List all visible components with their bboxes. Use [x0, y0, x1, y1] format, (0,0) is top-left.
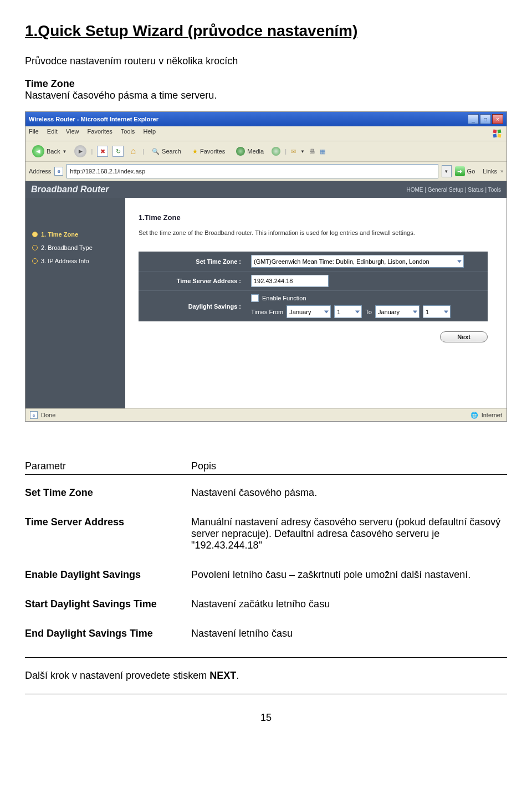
favorites-button[interactable]: ★ Favorites — [189, 147, 228, 156]
param-desc: Nastavení časového pásma. — [191, 487, 507, 499]
content-pane: 1.Time Zone Set the time zone of the Bro… — [125, 198, 507, 408]
set-time-zone-label: Set Time Zone : — [139, 254, 247, 269]
toolbar: ◄ Back ▼ ► | ✖ ↻ ⌂ | 🔍 Search ★ Favorite… — [25, 141, 507, 162]
select-value: (GMT)Greenwich Mean Time: Dublin, Edinbu… — [254, 258, 429, 265]
print-button[interactable]: 🖶 — [309, 148, 315, 155]
svg-rect-3 — [498, 134, 502, 138]
zone-label: Internet — [482, 412, 502, 418]
to-month-select[interactable]: January — [375, 305, 420, 318]
param-desc: Nastavení letního času — [191, 628, 507, 639]
enable-function-checkbox[interactable] — [251, 294, 259, 302]
param-label: End Daylight Savings Time — [25, 628, 191, 639]
param-label: Set Time Zone — [25, 487, 191, 499]
section-desc: Nastavení časového pásma a time serveru. — [25, 90, 507, 101]
menubar: File Edit View Favorites Tools Help — [25, 126, 507, 141]
refresh-button[interactable]: ↻ — [112, 146, 124, 157]
divider — [25, 657, 507, 658]
parameter-table: Parametr Popis Set Time Zone Nastavení č… — [25, 460, 507, 639]
page-icon: e — [30, 411, 38, 419]
bullet-icon — [32, 232, 38, 237]
address-label: Address — [29, 168, 51, 175]
param-desc: Povolení letního času – zaškrtnutí pole … — [191, 569, 507, 581]
address-dropdown[interactable]: ▾ — [442, 165, 452, 177]
browser-window: Wireless Router - Microsoft Internet Exp… — [25, 111, 507, 422]
col-header-parametr: Parametr — [25, 460, 191, 472]
address-input[interactable]: http://192.168.2.1/index.asp — [66, 164, 438, 178]
chevron-right-icon: » — [500, 168, 503, 174]
param-desc: Manuální nastavení adresy časového serve… — [191, 516, 507, 551]
sidebar-item-broadband-type[interactable]: 2. Broadband Type — [32, 244, 119, 251]
status-text: Done — [41, 412, 55, 418]
input-value: 192.43.244.18 — [254, 278, 293, 284]
router-header: Broadband Router HOME | General Setup | … — [25, 181, 507, 198]
content-title: 1.Time Zone — [139, 213, 493, 222]
menu-tools[interactable]: Tools — [121, 128, 135, 135]
search-label: Search — [162, 148, 181, 155]
nav-status[interactable]: Status — [468, 187, 483, 193]
sidebar-item-label: 3. IP Address Info — [41, 258, 89, 264]
set-time-zone-select[interactable]: (GMT)Greenwich Mean Time: Dublin, Edinbu… — [251, 255, 464, 268]
history-button[interactable] — [272, 147, 280, 156]
menu-favorites[interactable]: Favorites — [88, 128, 112, 135]
from-day-select[interactable]: 1 — [334, 305, 362, 318]
go-button[interactable]: ➜ Go — [455, 166, 475, 176]
media-label: Media — [247, 148, 264, 155]
bullet-icon — [32, 258, 38, 264]
to-day-select[interactable]: 1 — [423, 305, 451, 318]
home-button[interactable]: ⌂ — [128, 146, 138, 156]
param-label: Enable Daylight Savings — [25, 569, 191, 581]
select-value: January — [378, 309, 400, 315]
time-server-address-input[interactable]: 192.43.244.18 — [251, 275, 329, 287]
back-arrow-icon: ◄ — [32, 145, 44, 157]
window-title: Wireless Router - Microsoft Internet Exp… — [29, 116, 158, 122]
menu-edit[interactable]: Edit — [47, 128, 58, 135]
time-server-address-label: Time Server Address : — [139, 273, 247, 289]
internet-zone-icon: 🌐 — [470, 412, 478, 419]
divider — [25, 694, 507, 694]
select-value: January — [289, 309, 311, 315]
router-nav: HOME | General Setup | Status | Tools — [406, 187, 501, 193]
content-desc: Set the time zone of the Broadband route… — [139, 229, 493, 236]
menu-file[interactable]: File — [29, 128, 39, 135]
page-icon: e — [54, 167, 63, 176]
next-button[interactable]: Next — [440, 331, 488, 342]
edit-button[interactable]: ▦ — [320, 148, 325, 155]
nav-tools[interactable]: Tools — [488, 187, 501, 193]
intro-text: Průvodce nastavením routeru v několika k… — [25, 55, 507, 67]
sidebar: 1. Time Zone 2. Broadband Type 3. IP Add… — [25, 198, 125, 408]
chevron-down-icon: ▼ — [300, 149, 305, 154]
select-value: 1 — [426, 309, 429, 315]
menu-view[interactable]: View — [66, 128, 79, 135]
menu-help[interactable]: Help — [143, 128, 156, 135]
window-maximize-button[interactable]: □ — [480, 114, 491, 124]
back-label: Back — [47, 148, 60, 155]
sidebar-item-label: 2. Broadband Type — [41, 244, 93, 251]
forward-button[interactable]: ► — [74, 145, 86, 157]
sidebar-item-label: 1. Time Zone — [41, 231, 78, 238]
window-close-button[interactable]: × — [492, 114, 503, 124]
settings-form: Set Time Zone : (GMT)Greenwich Mean Time… — [139, 252, 488, 321]
links-label[interactable]: Links — [483, 168, 497, 175]
back-button[interactable]: ◄ Back ▼ — [29, 144, 70, 158]
bullet-icon — [32, 245, 38, 250]
titlebar: Wireless Router - Microsoft Internet Exp… — [25, 112, 507, 126]
search-button[interactable]: 🔍 Search — [149, 147, 185, 156]
status-bar: e Done 🌐 Internet — [25, 408, 507, 421]
window-minimize-button[interactable]: _ — [468, 114, 479, 124]
star-icon: ★ — [192, 148, 198, 155]
sidebar-item-ip-address[interactable]: 3. IP Address Info — [32, 258, 119, 264]
page-number: 15 — [25, 712, 507, 724]
media-button[interactable]: Media — [233, 146, 267, 157]
from-month-select[interactable]: January — [287, 305, 331, 318]
chevron-down-icon: ▼ — [62, 149, 66, 154]
stop-button[interactable]: ✖ — [97, 146, 108, 157]
param-label: Start Daylight Savings Time — [25, 598, 191, 610]
nav-home[interactable]: HOME — [406, 187, 423, 193]
mail-button[interactable]: ✉ — [291, 148, 296, 155]
svg-rect-0 — [493, 130, 497, 134]
sidebar-item-timezone[interactable]: 1. Time Zone — [32, 231, 119, 238]
section-title: Time Zone — [25, 78, 507, 90]
address-value: http://192.168.2.1/index.asp — [70, 168, 145, 175]
nav-general[interactable]: General Setup — [428, 187, 464, 193]
go-arrow-icon: ➜ — [455, 166, 465, 176]
